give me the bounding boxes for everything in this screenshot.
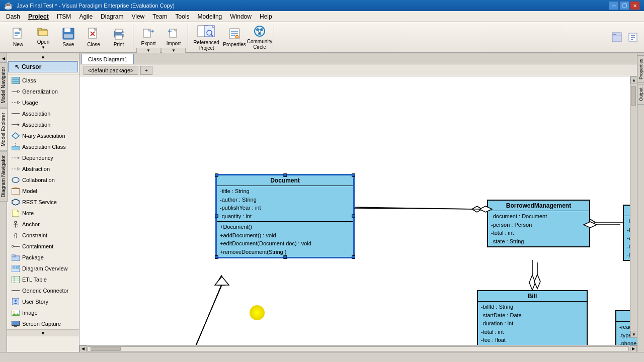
v-scroll-thumb[interactable] xyxy=(631,86,636,106)
main-area: ◀ Model Navigator Model Explorer Diagram… xyxy=(0,53,644,352)
palette-item-screen-capture[interactable]: Screen Capture xyxy=(7,318,79,329)
horizontal-scrollbar[interactable]: ◀ ▶ xyxy=(79,345,637,352)
palette-item-model[interactable]: Model xyxy=(7,186,79,197)
default-package-label: <default package> xyxy=(88,67,134,73)
svg-marker-60 xyxy=(18,101,20,104)
export-button[interactable]: Export xyxy=(136,24,160,48)
association1-label: Association xyxy=(22,111,50,117)
menu-project[interactable]: Project xyxy=(24,12,53,21)
toolbar-icon-btn-1[interactable] xyxy=(610,30,624,44)
menu-team[interactable]: Team xyxy=(148,12,171,21)
vertical-scrollbar[interactable]: ▲ ▼ xyxy=(630,76,637,338)
diagram-tab-class1[interactable]: Class Diagram1 xyxy=(82,54,134,64)
add-package-btn[interactable]: + xyxy=(140,66,152,75)
palette-item-association1[interactable]: Association xyxy=(7,108,79,119)
diagram-navigator-tab[interactable]: Diagram Navigator xyxy=(0,151,8,202)
palette-scroll-down[interactable]: ▼ xyxy=(7,329,79,336)
palette-item-generalization[interactable]: Generalization xyxy=(7,86,79,97)
restore-button[interactable]: ❐ xyxy=(619,1,629,10)
doc-method-1: +addDocument() : void xyxy=(220,231,350,240)
add-package-icon: + xyxy=(145,67,148,73)
menu-help[interactable]: Help xyxy=(256,12,276,21)
import-dropdown[interactable]: ▼ xyxy=(162,48,186,53)
association2-label: Association xyxy=(22,122,50,128)
print-button[interactable]: Print xyxy=(107,24,131,50)
menu-modeling[interactable]: Modeling xyxy=(194,12,226,21)
palette-item-class[interactable]: Class xyxy=(7,75,79,86)
svg-line-112 xyxy=(354,208,486,209)
scroll-down-btn[interactable]: ▼ xyxy=(630,331,637,338)
palette-item-assocclass[interactable]: Association Class xyxy=(7,141,79,152)
diagram-canvas[interactable]: Document -title : String -author : Strin… xyxy=(79,76,637,345)
collaboration-label: Collaboration xyxy=(22,177,55,183)
menu-diagram[interactable]: Diagram xyxy=(97,12,127,21)
palette-item-association2[interactable]: Association xyxy=(7,119,79,130)
package-icon xyxy=(11,253,20,262)
open-button[interactable]: Open ▼ xyxy=(31,24,55,50)
model-explorer-tab[interactable]: Model Explorer xyxy=(0,108,8,151)
close-button[interactable]: Close xyxy=(82,24,106,50)
diagram-tabs: Class Diagram1 xyxy=(79,53,637,64)
assocclass-label: Association Class xyxy=(22,144,66,150)
properties-panel-tab[interactable]: Properties xyxy=(637,55,645,83)
borrowed-attr-0: -document : Document xyxy=(491,212,586,221)
scroll-left-btn[interactable]: ◀ xyxy=(79,345,87,352)
close-icon xyxy=(87,27,101,41)
referenced-project-icon xyxy=(197,24,215,39)
menu-view[interactable]: View xyxy=(127,12,148,21)
palette-item-constraint[interactable]: {} Constraint xyxy=(7,230,79,241)
save-button[interactable]: Save xyxy=(56,24,80,50)
palette-cursor-item[interactable]: ↖ Cursor xyxy=(8,61,78,72)
user-story-label: User Story xyxy=(22,299,48,305)
menu-itsm[interactable]: ITSM xyxy=(53,12,75,21)
palette-item-package[interactable]: Package xyxy=(7,252,79,263)
toolbar: New Open ▼ Save xyxy=(0,22,644,53)
scroll-right-btn[interactable]: ▶ xyxy=(630,345,637,352)
model-navigator-tab[interactable]: Model Navigator xyxy=(0,62,8,108)
palette-item-usage[interactable]: Usage xyxy=(7,97,79,108)
palette-item-dependency[interactable]: Dependency xyxy=(7,152,79,163)
palette-item-anchor[interactable]: Anchor xyxy=(7,219,79,230)
class-bill[interactable]: Bill -billId : String -startDate : Date … xyxy=(477,290,588,345)
palette-item-diagram-overview[interactable]: Diagram Overview xyxy=(7,263,79,274)
minimize-button[interactable]: ─ xyxy=(609,1,619,10)
menu-agile[interactable]: Agile xyxy=(75,12,97,21)
close-button[interactable]: ✕ xyxy=(630,1,640,10)
palette-item-generic-connector[interactable]: Generic Connector xyxy=(7,285,79,296)
palette-item-etl[interactable]: ETL Table xyxy=(7,274,79,285)
palette-scroll-up[interactable]: ▲ xyxy=(7,53,79,60)
borrowed-management-title: BorrowedManagement xyxy=(488,201,589,211)
palette-item-rest[interactable]: REST Service xyxy=(7,197,79,208)
rest-icon xyxy=(11,198,20,207)
new-button[interactable]: New xyxy=(6,24,30,50)
community-circle-icon xyxy=(253,25,267,38)
scroll-up-btn[interactable]: ▲ xyxy=(630,76,637,83)
palette-item-nassoc[interactable]: N-ary Association xyxy=(7,130,79,141)
svg-line-103 xyxy=(188,285,221,345)
palette-item-image[interactable]: Image xyxy=(7,307,79,318)
export-dropdown[interactable]: ▼ xyxy=(136,48,160,53)
doc-attr-0: -title : String xyxy=(220,187,350,196)
class-document[interactable]: Document -title : String -author : Strin… xyxy=(216,174,354,258)
palette-item-abstraction[interactable]: Abstraction xyxy=(7,163,79,174)
import-button[interactable]: Import xyxy=(162,24,186,48)
output-panel-tab[interactable]: Output xyxy=(637,84,645,105)
referenced-project-button[interactable]: ReferencedProject xyxy=(191,24,221,50)
palette-item-containment[interactable]: Containment xyxy=(7,241,79,252)
export-label: Export xyxy=(141,41,156,47)
usage-icon xyxy=(11,98,20,107)
toolbar-icon-btn-2[interactable] xyxy=(626,30,640,44)
nav-collapse-btn[interactable]: ◀ xyxy=(2,55,5,62)
properties-button[interactable]: Properties xyxy=(222,24,247,50)
default-package-btn[interactable]: <default package> xyxy=(84,66,138,75)
palette-item-collaboration[interactable]: Collaboration xyxy=(7,174,79,186)
community-circle-button[interactable]: CommunityCircle xyxy=(248,24,272,50)
h-scroll-thumb[interactable] xyxy=(91,347,121,351)
svg-rect-17 xyxy=(115,35,122,39)
class-borrowed-management[interactable]: BorrowedManagement -document : Document … xyxy=(487,200,590,247)
menu-tools[interactable]: Tools xyxy=(172,12,194,21)
menu-dash[interactable]: Dash xyxy=(2,12,24,21)
palette-item-note[interactable]: Note xyxy=(7,208,79,219)
palette-item-user-story[interactable]: User Story xyxy=(7,296,79,307)
menu-window[interactable]: Window xyxy=(226,12,256,21)
